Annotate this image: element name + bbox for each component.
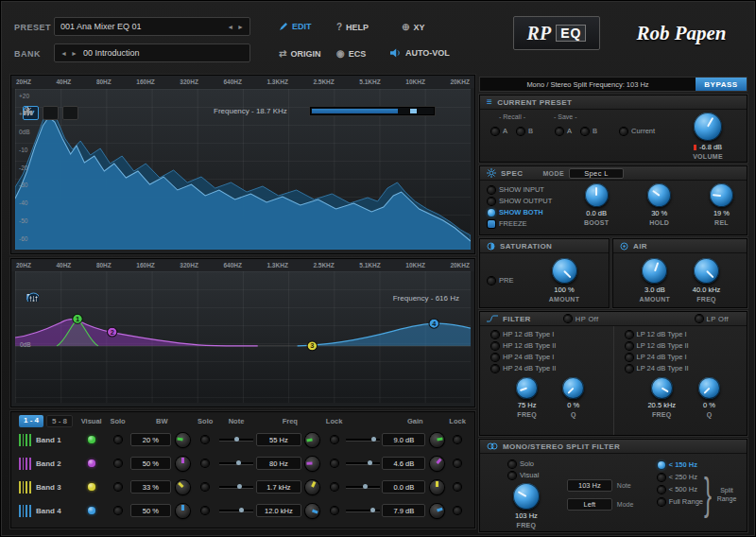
band-note-solo-led[interactable] bbox=[201, 507, 209, 514]
slider-dot[interactable] bbox=[371, 437, 376, 442]
rel-knob[interactable] bbox=[710, 183, 733, 207]
eq-display[interactable]: 1 2 3 4 0dB bbox=[15, 271, 471, 403]
band-gain-value[interactable]: 4.6 dB bbox=[382, 457, 425, 470]
band-gain-knob[interactable] bbox=[430, 433, 444, 447]
band-freq-knob[interactable] bbox=[305, 433, 319, 447]
saturation-pre-option[interactable]: PRE bbox=[488, 276, 527, 285]
lp-freq-knob[interactable] bbox=[651, 377, 673, 399]
band-visual-led[interactable] bbox=[88, 459, 95, 467]
band-freq-lock-led[interactable] bbox=[331, 459, 338, 467]
eq-band-node-3[interactable]: 3 bbox=[307, 341, 317, 351]
band-solo-led[interactable] bbox=[114, 436, 122, 443]
slider-dot[interactable] bbox=[363, 484, 368, 489]
lp-12db-type1-option[interactable]: LP 12 dB Type I bbox=[626, 330, 744, 338]
band-note-slider[interactable] bbox=[219, 510, 253, 512]
eq-band-node-2[interactable]: 2 bbox=[107, 327, 116, 337]
preset-selector[interactable]: 001 Ana Mixer EQ 01 ◄ ► bbox=[54, 17, 250, 36]
origin-button[interactable]: ⇄ ORIGIN bbox=[279, 48, 320, 59]
preset-next-icon[interactable]: ► bbox=[237, 24, 244, 30]
band-solo-led[interactable] bbox=[114, 459, 122, 467]
band-gain-slider[interactable] bbox=[346, 486, 380, 489]
auto-vol-button[interactable]: AUTO-VOL bbox=[390, 48, 450, 58]
split-mode-selector[interactable]: Left bbox=[567, 498, 612, 511]
recall-b-button[interactable]: B bbox=[517, 127, 533, 135]
lp-24db-type2-option[interactable]: LP 24 dB Type II bbox=[626, 364, 744, 372]
boost-knob[interactable] bbox=[585, 183, 609, 207]
band-bw-value[interactable]: 50 % bbox=[130, 504, 172, 517]
hp-12db-type2-option[interactable]: HP 12 dB Type II bbox=[491, 341, 610, 350]
split-freq-knob[interactable] bbox=[513, 483, 540, 510]
save-b-button[interactable]: B bbox=[581, 127, 597, 135]
lp-q-knob[interactable] bbox=[698, 377, 720, 399]
slider-dot[interactable] bbox=[239, 508, 244, 512]
slider-handle[interactable] bbox=[409, 108, 418, 114]
band-bw-value[interactable]: 50 % bbox=[130, 457, 172, 470]
bank-prev-icon[interactable]: ◄ bbox=[60, 50, 67, 57]
band-visual-led[interactable] bbox=[88, 507, 95, 514]
band-bw-value[interactable]: 20 % bbox=[130, 433, 172, 446]
band-note-solo-led[interactable] bbox=[201, 459, 209, 467]
freeze-snowflake-icon[interactable] bbox=[62, 106, 78, 120]
lp-status-led[interactable] bbox=[696, 315, 703, 322]
eq-band-node-1[interactable]: 1 bbox=[73, 314, 82, 323]
lp-12db-type2-option[interactable]: LP 12 dB Type II bbox=[626, 341, 744, 350]
lp-24db-type1-option[interactable]: LP 24 dB Type I bbox=[626, 353, 744, 361]
spec-mode-selector[interactable]: Spec L bbox=[569, 168, 624, 179]
band-solo-led[interactable] bbox=[114, 507, 122, 514]
band-gain-lock-led[interactable] bbox=[454, 483, 461, 491]
slider-dot[interactable] bbox=[236, 460, 241, 465]
bank-next-icon[interactable]: ► bbox=[71, 50, 77, 57]
band-gain-slider[interactable] bbox=[346, 510, 380, 512]
hp-q-knob[interactable] bbox=[562, 377, 584, 399]
band-freq-knob[interactable] bbox=[305, 504, 319, 518]
air-amount-knob[interactable] bbox=[642, 258, 667, 284]
eq-band-node-4[interactable]: 4 bbox=[429, 319, 438, 328]
volume-knob[interactable] bbox=[694, 113, 722, 141]
help-button[interactable]: ? HELP bbox=[336, 22, 369, 32]
preset-prev-icon[interactable]: ◄ bbox=[227, 24, 233, 30]
band-gain-slider[interactable] bbox=[346, 462, 380, 465]
ecs-button[interactable]: ◉ ECS bbox=[336, 48, 366, 59]
xy-button[interactable]: ⊕ XY bbox=[402, 22, 424, 32]
band-bw-value[interactable]: 33 % bbox=[130, 480, 172, 494]
range-full-option[interactable]: Full Range bbox=[658, 497, 703, 506]
band-freq-value[interactable]: 1.7 kHz bbox=[256, 480, 301, 494]
band-freq-value[interactable]: 80 Hz bbox=[256, 457, 301, 470]
band-freq-knob[interactable] bbox=[305, 480, 319, 494]
band-gain-knob[interactable] bbox=[430, 480, 444, 494]
slider-dot[interactable] bbox=[370, 508, 375, 512]
show-both-option[interactable]: SHOW BOTH bbox=[488, 208, 578, 217]
band-solo-led[interactable] bbox=[114, 483, 122, 491]
freeze-option[interactable]: FREEZE bbox=[488, 219, 578, 228]
air-freq-knob[interactable] bbox=[694, 258, 719, 284]
bypass-button[interactable]: BYPASS bbox=[696, 78, 747, 91]
save-a-button[interactable]: A bbox=[556, 127, 572, 135]
hp-24db-type1-option[interactable]: HP 24 dB Type I bbox=[491, 353, 610, 361]
range-150hz-option[interactable]: < 150 Hz bbox=[658, 460, 703, 469]
band-bw-knob[interactable] bbox=[176, 457, 190, 471]
band-note-slider[interactable] bbox=[219, 439, 253, 442]
hp-freq-knob[interactable] bbox=[516, 377, 538, 399]
band-bw-knob[interactable] bbox=[176, 433, 190, 447]
band-gain-value[interactable]: 0.0 dB bbox=[382, 480, 425, 494]
band-note-slider[interactable] bbox=[219, 486, 253, 489]
hp-12db-type1-option[interactable]: HP 12 dB Type I bbox=[491, 330, 610, 338]
band-gain-lock-led[interactable] bbox=[454, 507, 461, 514]
band-note-solo-led[interactable] bbox=[201, 436, 209, 443]
range-250hz-option[interactable]: < 250 Hz bbox=[658, 473, 703, 481]
saturation-amount-knob[interactable] bbox=[552, 258, 577, 284]
band-gain-lock-led[interactable] bbox=[454, 459, 461, 467]
recall-a-button[interactable]: A bbox=[491, 127, 507, 135]
hold-knob[interactable] bbox=[647, 183, 671, 207]
hp-24db-type2-option[interactable]: HP 24 dB Type II bbox=[491, 364, 610, 372]
slider-dot[interactable] bbox=[237, 484, 242, 489]
band-gain-slider[interactable] bbox=[346, 439, 380, 442]
split-note-value[interactable]: 103 Hz bbox=[567, 479, 612, 492]
split-visual-option[interactable]: Visual bbox=[508, 471, 567, 479]
spectrum-frequency-slider[interactable] bbox=[310, 107, 435, 115]
edit-button[interactable]: EDIT bbox=[279, 22, 312, 31]
band-visual-led[interactable] bbox=[88, 436, 95, 443]
hp-status-led[interactable] bbox=[564, 315, 572, 322]
band-freq-value[interactable]: 12.0 kHz bbox=[256, 504, 301, 517]
slider-dot[interactable] bbox=[368, 460, 372, 465]
